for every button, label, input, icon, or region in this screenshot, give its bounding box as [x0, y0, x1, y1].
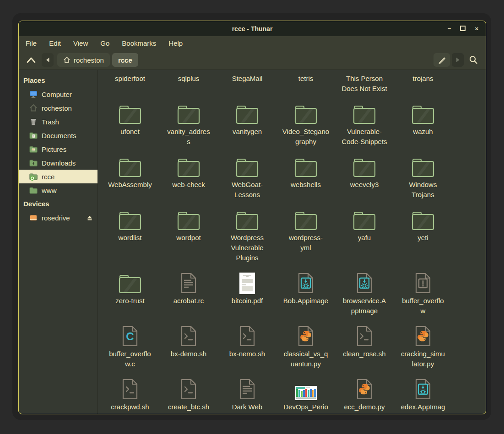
file-item[interactable]: trojans: [394, 74, 452, 94]
file-label: tetris: [298, 74, 314, 84]
eject-button[interactable]: [87, 215, 98, 221]
file-label: bx-nemo.sh: [229, 349, 265, 359]
sidebar-item-rosedrive[interactable]: rosedrive: [19, 211, 98, 225]
maximize-button[interactable]: [460, 26, 466, 32]
window-title: rcce - Thunar: [19, 25, 486, 32]
file-item[interactable]: vanitygen: [218, 101, 276, 147]
menu-bookmarks[interactable]: Bookmarks: [122, 39, 156, 47]
titlebar[interactable]: rcce - Thunar − ×: [19, 21, 486, 36]
sidebar-item-pictures[interactable]: Pictures: [19, 142, 98, 156]
menu-help[interactable]: Help: [168, 39, 183, 47]
sidebar-item-label: Downloads: [42, 159, 76, 167]
forward-button[interactable]: [452, 53, 464, 67]
sidebar-item-trash[interactable]: Trash: [19, 115, 98, 129]
file-item[interactable]: wordpress- yml: [276, 207, 335, 263]
file-item[interactable]: browservice.A ppImage: [335, 270, 394, 316]
folder-icon: [235, 154, 259, 178]
file-item[interactable]: Wordpress Vulnerable Plugins: [218, 207, 276, 263]
folder-rcce-icon: [29, 172, 38, 181]
file-label: DevOps_Perio dic_Table.pdf: [283, 402, 328, 414]
file-item[interactable]: Bob.Appimage: [276, 270, 335, 316]
file-item[interactable]: clean_rose.sh: [335, 323, 394, 369]
up-button[interactable]: [22, 53, 40, 67]
file-item[interactable]: Video_Stegano graphy: [276, 101, 335, 147]
file-label: acrobat.rc: [173, 296, 204, 306]
file-item[interactable]: buffer_overflo w: [394, 270, 452, 316]
file-label: trojans: [412, 74, 433, 84]
file-item[interactable]: cracking_simu lator.py: [394, 323, 452, 369]
sidebar-item-www[interactable]: www: [19, 183, 98, 197]
edit-path-button[interactable]: [434, 53, 450, 67]
file-item[interactable]: DevOps_Perio dic_Table.pdf: [276, 376, 335, 414]
file-item[interactable]: acrobat.rc: [159, 270, 218, 316]
file-item[interactable]: bx-demo.sh: [159, 323, 218, 369]
file-item[interactable]: wordlist: [101, 207, 159, 263]
forward-arrow-icon: [455, 57, 461, 63]
file-item[interactable]: wazuh: [394, 101, 452, 147]
file-item[interactable]: ecc_demo.py: [335, 376, 394, 414]
file-item[interactable]: Vulnerable- Code-Snippets: [335, 101, 394, 147]
sidebar-item-rcce[interactable]: rcce: [19, 170, 98, 183]
chevron-up-icon: [26, 56, 36, 64]
file-item[interactable]: webshells: [276, 154, 335, 200]
folder-documents-icon: [29, 131, 38, 140]
folder-icon: [294, 101, 318, 125]
menu-go[interactable]: Go: [100, 39, 109, 47]
sidebar-item-documents[interactable]: Documents: [19, 129, 98, 142]
file-row: crackpwd.sh create_btc.sh Dark Web Links…: [101, 376, 486, 414]
file-item[interactable]: This Person Does Not Exist: [335, 74, 394, 94]
file-item[interactable]: bx-nemo.sh: [218, 323, 276, 369]
file-item[interactable]: Cbuffer_overflo w.c: [101, 323, 159, 369]
file-item[interactable]: sqlplus: [159, 74, 218, 94]
file-label: classical_vs_q uantun.py: [284, 349, 328, 369]
file-item[interactable]: edex.AppImag e: [394, 376, 452, 414]
file-item[interactable]: StegaMail: [218, 74, 276, 94]
file-item[interactable]: crackpwd.sh: [101, 376, 159, 414]
minimize-button[interactable]: −: [448, 26, 451, 32]
back-button[interactable]: [42, 53, 54, 67]
appimage-icon: [414, 376, 432, 400]
drive-icon: [29, 213, 38, 222]
file-row: Cbuffer_overflo w.c bx-demo.sh bx-nemo.s…: [101, 323, 486, 369]
file-item[interactable]: Dark Web Links.txt: [218, 376, 276, 414]
svg-text:C: C: [126, 330, 134, 343]
computer-icon: [29, 90, 38, 99]
file-item[interactable]: yafu: [335, 207, 394, 263]
sidebar-item-downloads[interactable]: Downloads: [19, 156, 98, 170]
file-item[interactable]: web-check: [159, 154, 218, 200]
appimage-icon: [355, 270, 374, 294]
file-item[interactable]: Windows Trojans: [394, 154, 452, 200]
folder-icon: [411, 207, 435, 231]
file-row: WebAssembly web-check WebGoat- Lessons w…: [101, 154, 486, 200]
file-item[interactable]: weevely3: [335, 154, 394, 200]
file-item[interactable]: tetris: [276, 74, 335, 94]
file-item[interactable]: WebAssembly: [101, 154, 159, 200]
close-button[interactable]: ×: [475, 26, 478, 32]
breadcrumb: rochestonrcce: [57, 53, 138, 67]
folder-downloads-icon: [29, 158, 38, 167]
file-item[interactable]: vanity_addres s: [159, 101, 218, 147]
file-item[interactable]: classical_vs_q uantun.py: [276, 323, 335, 369]
folder-icon: [177, 207, 201, 231]
file-item[interactable]: spiderfoot: [101, 74, 159, 94]
file-item[interactable]: bitcoin.pdf: [218, 270, 276, 316]
file-label: This Person Does Not Exist: [341, 74, 387, 94]
file-item[interactable]: create_btc.sh: [159, 376, 218, 414]
file-label: web-check: [172, 180, 205, 190]
file-item[interactable]: ufonet: [101, 101, 159, 147]
breadcrumb-rocheston[interactable]: rocheston: [57, 53, 110, 67]
file-item[interactable]: wordpot: [159, 207, 218, 263]
folder-icon: [352, 154, 376, 178]
breadcrumb-rcce[interactable]: rcce: [112, 53, 138, 67]
folder-icon: [118, 101, 142, 125]
sidebar-item-rocheston[interactable]: rocheston: [19, 101, 98, 115]
menu-edit[interactable]: Edit: [49, 39, 61, 47]
menu-view[interactable]: View: [73, 39, 88, 47]
menu-file[interactable]: File: [26, 39, 37, 47]
file-row: spiderfootsqlplusStegaMailtetrisThis Per…: [101, 74, 486, 94]
sidebar-item-computer[interactable]: Computer: [19, 87, 98, 101]
file-item[interactable]: zero-trust: [101, 270, 159, 316]
file-item[interactable]: yeti: [394, 207, 452, 263]
file-item[interactable]: WebGoat- Lessons: [218, 154, 276, 200]
search-button[interactable]: [466, 53, 481, 67]
